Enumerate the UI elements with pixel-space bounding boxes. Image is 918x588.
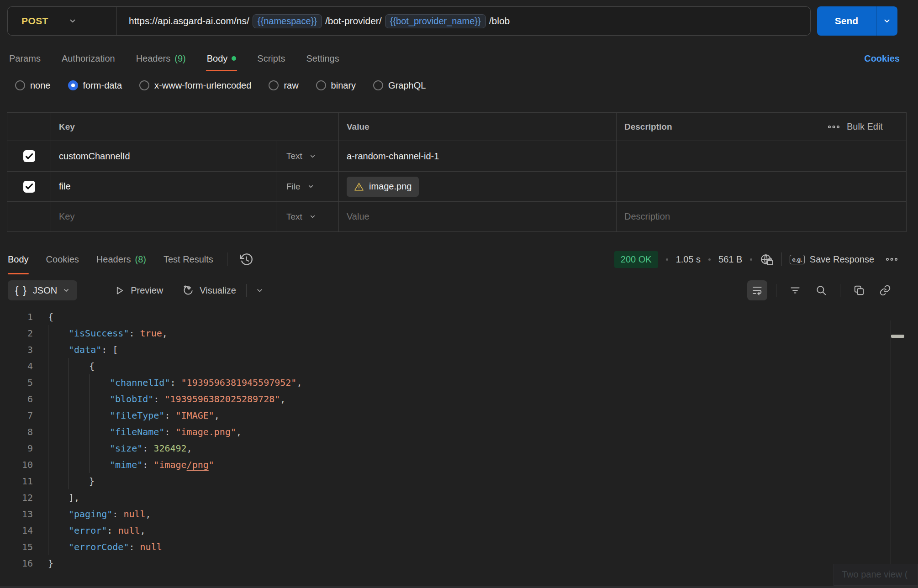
tab-label: Headers [96, 254, 131, 265]
tab-authorization[interactable]: Authorization [62, 36, 115, 81]
indent-guides [48, 440, 110, 457]
response-bar: BodyCookiesHeaders(8)Test Results 200 OK… [0, 244, 918, 274]
visualize-button[interactable]: Visualize [182, 284, 236, 296]
radio-icon [139, 80, 149, 90]
type-select[interactable]: Text [276, 202, 338, 231]
response-tab-test-results[interactable]: Test Results [164, 244, 213, 274]
tab-params[interactable]: Params [9, 36, 41, 81]
url-box: POST https://api.asgard-ai.com/ns/{{name… [7, 6, 811, 36]
tab-settings[interactable]: Settings [306, 36, 339, 81]
value-cell[interactable]: image.png [338, 172, 616, 201]
network-info-button[interactable] [760, 253, 774, 266]
indent-guides [48, 407, 110, 424]
tab-label: Scripts [257, 53, 285, 64]
search-button[interactable] [811, 280, 831, 300]
play-icon [114, 285, 125, 296]
body-mode-raw[interactable]: raw [269, 80, 298, 91]
code-line: 13"paging": null, [0, 506, 918, 522]
example-icon: e.g. [790, 255, 804, 264]
file-name: image.png [369, 181, 412, 192]
type-select[interactable]: File [276, 172, 338, 201]
body-mode-form-data[interactable]: form-data [68, 80, 122, 91]
save-response-button[interactable]: e.g. Save Response [790, 254, 874, 265]
code-tokens: "fileType": "IMAGE", [110, 407, 220, 424]
wrap-text-button[interactable] [747, 280, 767, 300]
indent-guides [48, 358, 89, 374]
type-select[interactable]: Text [276, 141, 338, 171]
chevron-down-icon [309, 213, 316, 220]
url-input[interactable]: https://api.asgard-ai.com/ns/{{namespace… [129, 14, 510, 28]
key-cell[interactable]: customChannelId [51, 141, 276, 171]
tab-count: (8) [135, 254, 146, 265]
tab-headers[interactable]: Headers(9) [136, 36, 186, 81]
body-mode-none[interactable]: none [15, 80, 51, 91]
code-tokens: } [89, 473, 95, 489]
indent-guides [48, 506, 69, 522]
url-variable-pill[interactable]: {{bot_provider_name}} [385, 14, 486, 28]
empty-checkbox-cell [7, 202, 51, 231]
send-button[interactable]: Send [817, 6, 876, 36]
dots-icon [828, 125, 840, 129]
row-checkbox-checked[interactable] [23, 150, 35, 162]
preview-button[interactable]: Preview [114, 285, 163, 296]
indent-guides [48, 374, 110, 391]
tab-label: Body [8, 254, 29, 265]
save-response-label: Save Response [810, 254, 874, 265]
response-tab-cookies[interactable]: Cookies [46, 244, 79, 274]
url-text-segment: /bot-provider/ [325, 16, 382, 26]
search-icon [815, 284, 827, 296]
divider [116, 7, 117, 35]
format-dropdown[interactable]: { } JSON [8, 280, 77, 300]
table-row: customChannelId Text a-random-channel-id… [7, 141, 906, 171]
url-variable-pill[interactable]: {{namespace}} [253, 14, 322, 28]
code-line: 9"size": 326492, [0, 440, 918, 457]
send-options-button[interactable] [876, 6, 897, 36]
indent-guides [48, 539, 69, 555]
code-tokens: "error": null, [69, 522, 146, 539]
filter-button[interactable] [785, 280, 805, 300]
cookies-link[interactable]: Cookies [864, 53, 900, 64]
tab-scripts[interactable]: Scripts [257, 36, 285, 81]
tooltip-text: Two pane view ( [842, 569, 908, 579]
value-cell[interactable]: Value [338, 202, 616, 231]
description-cell[interactable] [616, 172, 906, 201]
response-body-code[interactable]: 1{2"isSuccess": true,3"data": [4{5"chann… [0, 309, 918, 572]
indent-guides [48, 522, 69, 539]
indent-guides [48, 341, 69, 358]
body-mode-x-www-form-urlencoded[interactable]: x-www-form-urlencoded [139, 80, 251, 91]
response-size: 561 B [718, 254, 742, 265]
description-cell[interactable] [616, 141, 906, 171]
table-row-empty: Key Text Value Description [7, 201, 906, 231]
key-cell[interactable]: Key [51, 202, 276, 231]
request-tabs-row: ParamsAuthorizationHeaders(9)BodyScripts… [9, 36, 900, 81]
bulk-edit-button[interactable]: Bulk Edit [815, 113, 906, 141]
copy-icon [853, 284, 865, 296]
row-checkbox-checked[interactable] [23, 181, 35, 193]
file-chip[interactable]: image.png [347, 177, 419, 197]
response-tabs: BodyCookiesHeaders(8)Test Results [8, 244, 213, 274]
url-text-segment: https://api.asgard-ai.com/ns/ [129, 16, 249, 26]
link-button[interactable] [875, 280, 895, 300]
send-split-button: Send [817, 6, 897, 36]
response-more-options-button[interactable] [886, 257, 898, 262]
history-button[interactable] [239, 252, 253, 267]
value-cell[interactable]: a-random-channel-id-1 [338, 141, 616, 171]
response-tab-body[interactable]: Body [8, 244, 29, 274]
method-dropdown[interactable]: POST [8, 16, 116, 26]
tab-body[interactable]: Body [207, 36, 237, 81]
wrap-text-icon [751, 284, 763, 296]
response-tab-headers[interactable]: Headers(8) [96, 244, 146, 274]
viewer-options-button[interactable] [256, 287, 264, 294]
check-icon [26, 153, 33, 159]
key-cell[interactable]: file [51, 172, 276, 201]
code-tokens: } [48, 555, 53, 572]
tab-label: Params [9, 53, 41, 64]
copy-button[interactable] [849, 280, 869, 300]
mode-label: binary [331, 80, 356, 91]
radio-icon [373, 80, 383, 90]
scrollbar-thumb[interactable] [891, 335, 904, 338]
description-cell[interactable]: Description [616, 202, 906, 231]
body-mode-binary[interactable]: binary [316, 80, 356, 91]
body-mode-GraphQL[interactable]: GraphQL [373, 80, 426, 91]
pane-divider [891, 320, 891, 564]
